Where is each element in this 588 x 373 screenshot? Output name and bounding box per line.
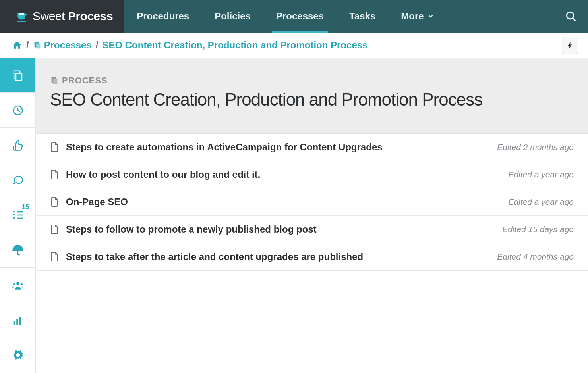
brand-logo[interactable]: SweetProcess <box>0 0 124 33</box>
step-meta: Edited a year ago <box>508 170 574 179</box>
sidebar-item-comments[interactable] <box>0 163 35 198</box>
process-stack-icon <box>50 76 59 85</box>
body: 15 PROCESS SEO Content Creation, Product… <box>0 58 588 373</box>
svg-rect-15 <box>19 317 21 325</box>
nav-tasks[interactable]: Tasks <box>337 0 388 33</box>
svg-point-11 <box>13 283 15 285</box>
nav-processes[interactable]: Processes <box>263 0 337 33</box>
process-kicker: PROCESS <box>50 75 574 86</box>
document-icon <box>50 252 59 262</box>
step-title: How to post content to our blog and edit… <box>66 169 501 180</box>
sidebar-item-umbrella[interactable] <box>0 233 35 268</box>
breadcrumb-sep: / <box>96 40 99 51</box>
svg-rect-5 <box>16 73 22 81</box>
document-icon <box>50 224 59 235</box>
nav-label: Tasks <box>349 11 375 22</box>
nav-procedures[interactable]: Procedures <box>124 0 202 33</box>
checklist-badge: 15 <box>22 204 29 211</box>
step-title: Steps to take after the article and cont… <box>66 251 490 262</box>
brand-text-bold: Process <box>68 10 113 23</box>
breadcrumb-link-label: Processes <box>44 40 92 51</box>
svg-rect-4 <box>36 43 40 48</box>
nav-right <box>554 0 588 33</box>
step-meta: Edited 2 months ago <box>497 142 574 152</box>
step-meta: Edited 4 months ago <box>497 252 574 261</box>
nav-more[interactable]: More <box>388 0 447 33</box>
document-icon <box>50 142 59 152</box>
chevron-down-icon <box>427 13 434 20</box>
sidebar: 15 <box>0 58 36 373</box>
svg-line-2 <box>573 18 575 21</box>
nav-label: Procedures <box>137 11 189 22</box>
process-title: SEO Content Creation, Production and Pro… <box>50 90 574 110</box>
nav-items: Procedures Policies Processes Tasks More <box>124 0 554 33</box>
breadcrumb-processes-link[interactable]: Processes <box>33 40 92 51</box>
breadcrumb-current: SEO Content Creation, Production and Pro… <box>102 40 368 51</box>
step-row[interactable]: Steps to create automations in ActiveCam… <box>36 134 588 161</box>
bolt-button[interactable] <box>562 37 578 54</box>
step-meta: Edited a year ago <box>508 197 574 207</box>
svg-rect-14 <box>16 319 18 325</box>
document-icon <box>50 197 59 207</box>
step-title: Steps to create automations in ActiveCam… <box>66 142 490 153</box>
nav-label: More <box>401 11 424 22</box>
search-icon[interactable] <box>565 10 577 22</box>
step-title: Steps to follow to promote a newly publi… <box>66 224 495 235</box>
step-row[interactable]: Steps to take after the article and cont… <box>36 243 588 271</box>
sidebar-item-thumbs-up[interactable] <box>0 128 35 163</box>
sidebar-item-gear[interactable] <box>0 338 35 373</box>
document-icon <box>50 169 59 180</box>
step-row[interactable]: Steps to follow to promote a newly publi… <box>36 216 588 243</box>
process-kicker-text: PROCESS <box>62 75 108 86</box>
top-nav: SweetProcess Procedures Policies Process… <box>0 0 588 33</box>
svg-point-0 <box>19 13 24 15</box>
nav-label: Policies <box>215 11 251 22</box>
step-title: On-Page SEO <box>66 196 501 208</box>
breadcrumb: / Processes / SEO Content Creation, Prod… <box>0 33 588 58</box>
cup-icon <box>16 10 29 23</box>
sidebar-item-checklist[interactable]: 15 <box>0 198 35 233</box>
brand-text-light: Sweet <box>33 10 65 23</box>
step-meta: Edited 15 days ago <box>502 225 574 234</box>
home-icon[interactable] <box>12 40 22 50</box>
sidebar-item-stats[interactable] <box>0 303 35 338</box>
main: PROCESS SEO Content Creation, Production… <box>36 58 588 373</box>
nav-policies[interactable]: Policies <box>202 0 263 33</box>
steps-list: Steps to create automations in ActiveCam… <box>36 134 588 271</box>
sidebar-item-copy[interactable] <box>0 58 35 93</box>
svg-point-12 <box>20 283 22 285</box>
step-row[interactable]: How to post content to our blog and edit… <box>36 161 588 188</box>
step-row[interactable]: On-Page SEO Edited a year ago <box>36 188 588 216</box>
svg-rect-17 <box>53 79 57 84</box>
process-header: PROCESS SEO Content Creation, Production… <box>36 58 588 134</box>
svg-rect-13 <box>13 321 15 325</box>
breadcrumb-sep: / <box>26 40 29 51</box>
nav-label: Processes <box>276 11 324 22</box>
sidebar-item-clock[interactable] <box>0 93 35 128</box>
svg-point-10 <box>16 282 19 285</box>
process-stack-icon <box>33 41 42 50</box>
svg-point-1 <box>567 12 574 19</box>
sidebar-item-users[interactable] <box>0 268 35 303</box>
